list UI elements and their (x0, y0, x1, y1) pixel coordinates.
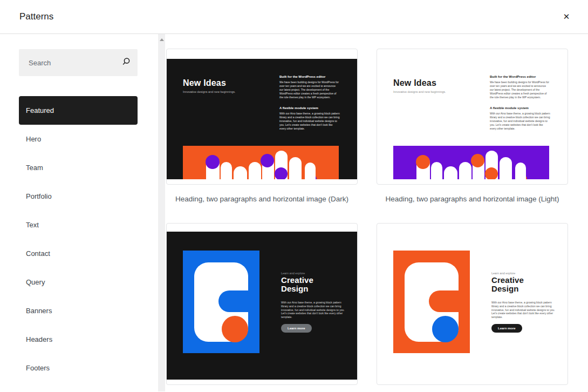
dot-shape (485, 167, 498, 179)
learn-more-button: Learn more (281, 324, 312, 333)
pattern-preview-creative-dark[interactable]: Learn and explore Creative Design With o… (166, 223, 358, 385)
pattern-preview-creative-light[interactable]: Learn and explore Creative Design With o… (377, 223, 568, 385)
preview-heading: Creative Design (491, 276, 539, 293)
dot-shape (206, 155, 220, 169)
pill-shape (249, 162, 261, 179)
dot-shape (471, 154, 484, 167)
content-scrollbar[interactable] (158, 34, 165, 391)
preview-paragraph: With our Aino base theme, a growing bloc… (491, 301, 557, 319)
creative-graphic (183, 251, 259, 353)
preview-heading: New Ideas (183, 79, 226, 87)
close-button[interactable]: ✕ (558, 8, 575, 25)
category-list: Featured Hero Team Portfolio Text Contac… (19, 96, 138, 382)
pattern-card-hero-dark: New Ideas Innovative designs and new beg… (166, 49, 358, 223)
sidebar-item-featured[interactable]: Featured (19, 96, 138, 125)
preview-subheading: Innovative designs and new beginnings. (183, 90, 236, 93)
modal-header: Patterns ✕ (0, 0, 588, 34)
notch-shape (218, 290, 250, 312)
sidebar-item-contact[interactable]: Contact (19, 239, 138, 268)
search-icon (121, 57, 131, 69)
sidebar-item-banners[interactable]: Banners (19, 296, 138, 325)
pill-shape (234, 166, 247, 179)
dot-shape (261, 154, 274, 167)
preview-section-text: With our Aino base theme, a growing bloc… (279, 112, 340, 131)
preview-eyebrow: Learn and explore (491, 272, 560, 275)
dot-shape (275, 167, 288, 179)
pattern-preview-hero-dark[interactable]: New Ideas Innovative designs and new beg… (166, 49, 358, 185)
patterns-grid: New Ideas Innovative designs and new beg… (166, 49, 588, 385)
sidebar-item-portfolio[interactable]: Portfolio (19, 182, 138, 211)
sidebar-item-footers[interactable]: Footers (19, 354, 138, 382)
sidebar-item-headers[interactable]: Headers (19, 325, 138, 354)
modal-body: Featured Hero Team Portfolio Text Contac… (0, 34, 588, 391)
pattern-card-creative-dark: Learn and explore Creative Design With o… (166, 223, 358, 385)
page-title: Patterns (19, 11, 53, 22)
pattern-caption: Heading, two paragraphs and horizontal i… (380, 194, 565, 204)
pill-shape (221, 162, 232, 179)
notch-shape (429, 290, 460, 312)
pattern-card-hero-light: New Ideas Innovative designs and new beg… (377, 49, 568, 223)
pattern-preview-hero-light[interactable]: New Ideas Innovative designs and new beg… (377, 49, 568, 185)
preview-subheading: Innovative designs and new beginnings. (393, 90, 446, 93)
preview-section-text: We have been building designs for WordPr… (279, 80, 340, 99)
learn-more-button: Learn more (491, 324, 522, 333)
creative-text-block: Learn and explore Creative Design With o… (281, 272, 350, 333)
scroll-up-arrow-icon[interactable] (160, 38, 164, 41)
creative-graphic (393, 251, 470, 353)
pill-shape (515, 163, 526, 179)
preview-section-text: With our Aino base theme, a growing bloc… (490, 112, 550, 131)
search-input[interactable] (28, 58, 121, 67)
preview-section-title: Built for the WordPress editor (279, 75, 340, 78)
sidebar-item-team[interactable]: Team (19, 153, 138, 182)
pattern-caption: Heading, two paragraphs and horizontal i… (169, 194, 354, 204)
preview-section-title: A flexible module system (279, 106, 340, 110)
pill-shape (459, 162, 471, 179)
patterns-sidebar: Featured Hero Team Portfolio Text Contac… (0, 34, 158, 391)
preview-paragraph: With our Aino base theme, a growing bloc… (281, 301, 347, 319)
pill-shape (289, 157, 302, 179)
pill-shape (305, 163, 316, 179)
circle-shape (222, 316, 248, 342)
preview-section-title: A flexible module system (490, 106, 550, 110)
creative-text-block: Learn and explore Creative Design With o… (491, 272, 560, 333)
pill-shape (444, 166, 457, 179)
pattern-card-creative-light: Learn and explore Creative Design With o… (377, 223, 568, 385)
patterns-content: New Ideas Innovative designs and new beg… (165, 34, 588, 391)
sidebar-item-hero[interactable]: Hero (19, 125, 138, 153)
preview-section-text: We have been building designs for WordPr… (490, 80, 550, 99)
dot-shape (416, 155, 430, 169)
search-box[interactable] (19, 49, 138, 76)
preview-eyebrow: Learn and explore (281, 272, 350, 275)
banner-graphic (183, 146, 339, 179)
preview-text-columns: Built for the WordPress editor We have b… (490, 75, 550, 138)
preview-heading: New Ideas (393, 79, 436, 87)
banner-graphic (393, 146, 549, 179)
sidebar-item-text[interactable]: Text (19, 211, 138, 239)
sidebar-item-query[interactable]: Query (19, 268, 138, 296)
preview-heading: Creative Design (281, 276, 329, 293)
circle-shape (432, 316, 459, 342)
pill-shape (431, 162, 442, 179)
preview-text-columns: Built for the WordPress editor We have b… (279, 75, 340, 138)
preview-section-title: Built for the WordPress editor (490, 75, 550, 78)
pill-shape (500, 157, 512, 179)
